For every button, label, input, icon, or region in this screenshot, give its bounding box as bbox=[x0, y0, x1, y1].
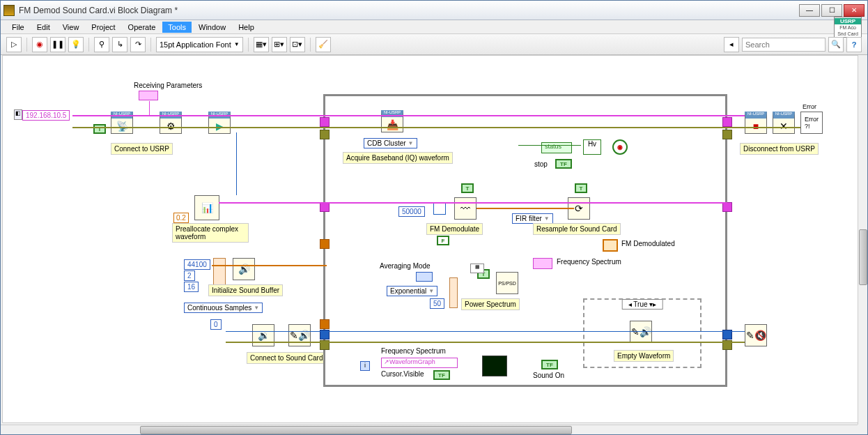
const-2[interactable]: 2 bbox=[184, 270, 195, 281]
case-selector[interactable]: ◂ True ▾▸ bbox=[622, 299, 663, 310]
tunnel-pink-left bbox=[320, 117, 330, 127]
label-cursor-visible: Cursor.Visible bbox=[381, 370, 424, 378]
label-sound-on: Sound On bbox=[533, 372, 564, 379]
label-resample: Resample for Sound Card bbox=[533, 223, 621, 235]
cdb-cluster-ring[interactable]: CDB Cluster▼ bbox=[364, 138, 417, 148]
shift-reg-orange-left bbox=[320, 319, 330, 329]
true-const-3[interactable]: T bbox=[575, 183, 587, 193]
power-spectrum-vi[interactable]: PS/PSD bbox=[496, 272, 518, 294]
maximize-button[interactable]: ☐ bbox=[821, 4, 842, 17]
sound-output-configure-vi[interactable]: 🔊 bbox=[233, 258, 255, 280]
false-const[interactable]: F bbox=[437, 236, 449, 245]
true-const-2[interactable]: T bbox=[461, 183, 474, 193]
shift-reg-pink-right bbox=[722, 202, 732, 212]
stop-control-terminal[interactable]: TF bbox=[555, 159, 572, 169]
waveform-wire bbox=[219, 202, 727, 204]
help-button[interactable]: ? bbox=[846, 37, 862, 52]
vertical-scrollbar[interactable] bbox=[858, 55, 867, 425]
fm-demodulate-vi[interactable]: 〰 bbox=[454, 197, 476, 220]
menu-tools[interactable]: Tools bbox=[162, 22, 192, 33]
label-power-spectrum: Power Spectrum bbox=[461, 298, 520, 310]
bundle-avg[interactable] bbox=[449, 277, 458, 308]
while-loop[interactable]: NI-USRP📥 CDB Cluster▼ Acquire Baseband (… bbox=[323, 94, 727, 387]
receiving-params-terminal[interactable] bbox=[139, 91, 158, 100]
status-unbundle[interactable]: status bbox=[541, 142, 572, 153]
exponential-ring[interactable]: Exponential▼ bbox=[387, 286, 437, 296]
case-structure[interactable]: ◂ True ▾▸ ✎🔊 Empty Waveform bbox=[583, 298, 702, 368]
fir-filter-ring[interactable]: FIR filter▼ bbox=[512, 213, 553, 224]
tunnel-olive-right bbox=[722, 130, 732, 139]
search-input[interactable] bbox=[742, 38, 826, 52]
cleanup-button[interactable]: 🧹 bbox=[316, 37, 331, 52]
reorder-button[interactable]: ⊡▾ bbox=[290, 37, 305, 52]
pause-button[interactable]: ❚❚ bbox=[50, 37, 65, 52]
ip-constant[interactable]: 192.168.10.5 bbox=[22, 110, 70, 121]
label-empty-waveform: Empty Waveform bbox=[614, 350, 674, 362]
usrp-fetch-vi[interactable]: NI-USRP📥 bbox=[381, 110, 403, 132]
sound-output-task-vi[interactable]: 🔉 bbox=[252, 324, 274, 346]
menu-project[interactable]: Project bbox=[86, 22, 121, 33]
menu-file[interactable]: File bbox=[6, 22, 30, 33]
distribute-button[interactable]: ⊞▾ bbox=[272, 37, 287, 52]
menu-edit[interactable]: Edit bbox=[31, 22, 56, 33]
search-button[interactable]: 🔍 bbox=[828, 37, 844, 52]
window-title: FM Demod Sound Card.vi Block Diagram * bbox=[19, 6, 799, 15]
avg-mode-const[interactable] bbox=[416, 272, 433, 282]
tunnel-pink-right bbox=[722, 117, 732, 127]
shift-reg-pink-left bbox=[320, 202, 330, 212]
label-acquire: Acquire Baseband (IQ) waveform bbox=[343, 152, 453, 164]
const-50[interactable]: 50 bbox=[430, 298, 444, 309]
step-into-button[interactable]: ↳ bbox=[112, 37, 127, 52]
error-handler-vi[interactable]: Error?! bbox=[800, 112, 823, 134]
const-0[interactable]: 0 bbox=[210, 319, 222, 330]
fm-demodulated-indicator[interactable] bbox=[603, 239, 618, 252]
usrp-abort-vi[interactable]: NI-USRP■ bbox=[745, 112, 767, 134]
menubar: File Edit View Project Operate Tools Win… bbox=[1, 20, 867, 34]
run-button[interactable]: ▷ bbox=[6, 37, 22, 52]
sound-write-vi[interactable]: ✎🔊 bbox=[288, 324, 311, 346]
step-over-button[interactable]: ↷ bbox=[130, 37, 146, 52]
continuous-samples-ring[interactable]: Continuous Samples▼ bbox=[184, 303, 263, 313]
true-const-1[interactable]: T bbox=[93, 124, 106, 134]
label-fm-demodulated: FM Demodulated bbox=[621, 240, 675, 247]
const-16[interactable]: 16 bbox=[184, 282, 199, 292]
menu-view[interactable]: View bbox=[57, 22, 85, 33]
label-init-sound: Initialize Sound Buffer bbox=[208, 284, 283, 296]
font-selector[interactable]: 15pt Application Font▼ bbox=[156, 37, 243, 52]
const-44100[interactable]: 44100 bbox=[184, 259, 210, 270]
minimize-button[interactable]: — bbox=[799, 4, 820, 17]
psd-task-terminal[interactable]: ▦ bbox=[470, 264, 484, 273]
coerce-node[interactable] bbox=[433, 202, 446, 215]
horizontal-scrollbar[interactable] bbox=[1, 425, 858, 434]
hscroll-thumb[interactable] bbox=[140, 426, 572, 434]
const-0-2[interactable]: 0.2 bbox=[173, 213, 189, 223]
menu-help[interactable]: Help bbox=[233, 22, 260, 33]
usrp-close-vi[interactable]: NI-USRP✕ bbox=[773, 112, 795, 134]
retain-wire-button[interactable]: ⚲ bbox=[94, 37, 109, 52]
vscroll-thumb[interactable] bbox=[859, 229, 867, 285]
waveform-graph-property[interactable]: ↗WaveformGraph bbox=[381, 358, 458, 368]
highlight-button[interactable]: 💡 bbox=[68, 37, 84, 52]
stop-terminal[interactable]: ◉ bbox=[612, 139, 628, 155]
session-wire bbox=[72, 115, 745, 116]
label-stop: stop bbox=[534, 160, 548, 168]
prealloc-waveform-vi[interactable]: 📊 bbox=[194, 195, 219, 220]
menu-window[interactable]: Window bbox=[193, 22, 231, 33]
cursor-visible-terminal[interactable]: TF bbox=[433, 370, 450, 380]
close-button[interactable]: ✕ bbox=[844, 4, 865, 17]
waveform-graph-terminal[interactable] bbox=[482, 356, 507, 376]
sound-on-terminal[interactable]: TF bbox=[541, 360, 558, 369]
sound-write-in-case-vi[interactable]: ✎🔊 bbox=[630, 321, 652, 343]
sound-output-clear-vi[interactable]: ✎🔇 bbox=[745, 324, 767, 346]
menu-operate[interactable]: Operate bbox=[123, 22, 162, 33]
freq-spectrum-indicator[interactable] bbox=[533, 258, 552, 269]
label-avg-mode: Averaging Mode bbox=[380, 262, 431, 270]
or-node[interactable]: Hv bbox=[583, 139, 601, 155]
align-button[interactable]: ▦▾ bbox=[254, 37, 269, 52]
label-freq-spec-2: Frequency Spectrum bbox=[381, 347, 446, 355]
const-50000[interactable]: 50000 bbox=[398, 206, 425, 217]
iteration-terminal: i bbox=[360, 361, 370, 371]
abort-button[interactable]: ◉ bbox=[32, 37, 47, 52]
block-diagram-canvas[interactable]: Receiving Parameters 192.168.10.5 ◧ NI-U… bbox=[2, 55, 866, 423]
search-prev-button[interactable]: ◂ bbox=[724, 37, 739, 52]
